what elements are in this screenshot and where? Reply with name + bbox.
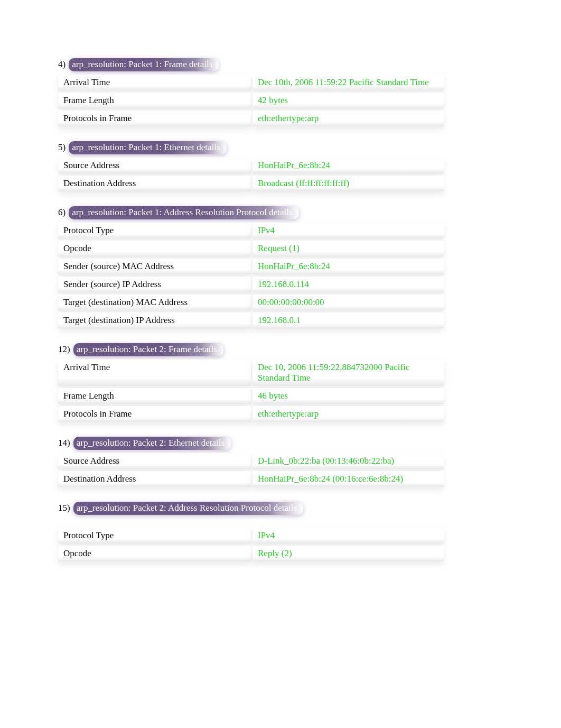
cell-label: Source Address (58, 453, 251, 469)
cell-value: Broadcast (ff:ff:ff:ff:ff:ff) (253, 176, 444, 191)
cell-value: IPv4 (253, 528, 444, 543)
table-row: Destination AddressBroadcast (ff:ff:ff:f… (58, 176, 508, 191)
cell-label: Opcode (58, 241, 251, 256)
cell-value: Dec 10th, 2006 11:59:22 Pacific Standard… (253, 75, 444, 90)
cell-value: 46 bytes (253, 388, 444, 404)
table-row: Target (destination) MAC Address00:00:00… (58, 294, 508, 310)
cell-value: 00:00:00:00:00:00 (253, 294, 444, 310)
section-header: 15)arp_resolution: Packet 2: Address Res… (58, 502, 508, 515)
section-title: arp_resolution: Packet 2: Address Resolu… (73, 502, 303, 515)
table-row: OpcodeReply (2) (58, 546, 508, 561)
section-number: 14) (58, 438, 70, 448)
cell-value: HonHaiPr_6e:8b:24 (00:16:ce:6e:8b:24) (253, 471, 444, 487)
cell-value: 192.168.0.114 (253, 277, 444, 292)
table: Protocol TypeIPv4OpcodeRequest (1)Sender… (58, 223, 508, 328)
cell-value: HonHaiPr_6e:8b:24 (253, 259, 444, 274)
section-header: 4)arp_resolution: Packet 1: Frame detail… (58, 58, 508, 71)
section: 15)arp_resolution: Packet 2: Address Res… (58, 502, 508, 561)
section-header: 5)arp_resolution: Packet 1: Ethernet det… (58, 141, 508, 154)
table: Arrival TimeDec 10, 2006 11:59:22.884732… (58, 360, 508, 422)
table-row: Frame Length42 bytes (58, 93, 508, 108)
table: Protocol TypeIPv4OpcodeReply (2) (58, 528, 508, 561)
table-row: Destination AddressHonHaiPr_6e:8b:24 (00… (58, 471, 508, 487)
cell-label: Protocols in Frame (58, 110, 251, 126)
table-row: Arrival TimeDec 10, 2006 11:59:22.884732… (58, 360, 508, 386)
section: 14)arp_resolution: Packet 2: Ethernet de… (58, 437, 508, 487)
cell-label: Destination Address (58, 176, 251, 191)
section: 6)arp_resolution: Packet 1: Address Reso… (58, 206, 508, 328)
table-row: Source AddressD-Link_0b:22:ba (00:13:46:… (58, 453, 508, 469)
section: 12)arp_resolution: Packet 2: Frame detai… (58, 343, 508, 422)
cell-label: Source Address (58, 158, 251, 173)
table: Source AddressD-Link_0b:22:ba (00:13:46:… (58, 453, 508, 487)
section-title: arp_resolution: Packet 1: Frame details (69, 58, 219, 71)
spacer (58, 518, 508, 528)
cell-value: eth:ethertype:arp (253, 406, 444, 422)
cell-value: D-Link_0b:22:ba (00:13:46:0b:22:ba) (253, 453, 444, 469)
section-title: arp_resolution: Packet 1: Address Resolu… (69, 206, 298, 219)
cell-value: IPv4 (253, 223, 444, 238)
cell-value: eth:ethertype:arp (253, 110, 444, 126)
section-number: 15) (58, 503, 70, 513)
cell-label: Destination Address (58, 471, 251, 487)
section-number: 12) (58, 344, 70, 355)
cell-label: Opcode (58, 546, 251, 561)
cell-label: Protocol Type (58, 223, 251, 238)
cell-label: Arrival Time (58, 360, 251, 386)
table-row: Target (destination) IP Address192.168.0… (58, 312, 508, 328)
section: 4)arp_resolution: Packet 1: Frame detail… (58, 58, 508, 126)
section-title: arp_resolution: Packet 2: Frame details (73, 343, 223, 356)
table-row: Protocol TypeIPv4 (58, 223, 508, 238)
cell-label: Frame Length (58, 93, 251, 108)
section-title: arp_resolution: Packet 1: Ethernet detai… (69, 141, 226, 154)
cell-label: Target (destination) IP Address (58, 312, 251, 328)
table: Arrival TimeDec 10th, 2006 11:59:22 Paci… (58, 75, 508, 126)
table-row: Protocols in Frameeth:ethertype:arp (58, 406, 508, 422)
cell-label: Protocol Type (58, 528, 251, 543)
section-number: 4) (58, 59, 66, 70)
document-content: 4)arp_resolution: Packet 1: Frame detail… (58, 58, 508, 561)
cell-label: Protocols in Frame (58, 406, 251, 422)
table-row: Protocol TypeIPv4 (58, 528, 508, 543)
section-header: 6)arp_resolution: Packet 1: Address Reso… (58, 206, 508, 219)
section-number: 5) (58, 142, 66, 153)
section-title: arp_resolution: Packet 2: Ethernet detai… (73, 437, 231, 450)
cell-value: 42 bytes (253, 93, 444, 108)
cell-value: Reply (2) (253, 546, 444, 561)
cell-label: Sender (source) IP Address (58, 277, 251, 292)
table-row: Frame Length46 bytes (58, 388, 508, 404)
table-row: OpcodeRequest (1) (58, 241, 508, 256)
table-row: Protocols in Frameeth:ethertype:arp (58, 110, 508, 126)
cell-value: Request (1) (253, 241, 444, 256)
table-row: Sender (source) IP Address192.168.0.114 (58, 277, 508, 292)
section-header: 14)arp_resolution: Packet 2: Ethernet de… (58, 437, 508, 450)
cell-label: Frame Length (58, 388, 251, 404)
section: 5)arp_resolution: Packet 1: Ethernet det… (58, 141, 508, 191)
section-header: 12)arp_resolution: Packet 2: Frame detai… (58, 343, 508, 356)
section-number: 6) (58, 207, 66, 218)
cell-label: Sender (source) MAC Address (58, 259, 251, 274)
table-row: Arrival TimeDec 10th, 2006 11:59:22 Paci… (58, 75, 508, 90)
cell-value: 192.168.0.1 (253, 312, 444, 328)
cell-label: Target (destination) MAC Address (58, 294, 251, 310)
cell-value: Dec 10, 2006 11:59:22.884732000 Pacific … (253, 360, 444, 386)
table-row: Sender (source) MAC AddressHonHaiPr_6e:8… (58, 259, 508, 274)
table: Source AddressHonHaiPr_6e:8b:24Destinati… (58, 158, 508, 191)
cell-value: HonHaiPr_6e:8b:24 (253, 158, 444, 173)
cell-label: Arrival Time (58, 75, 251, 90)
table-row: Source AddressHonHaiPr_6e:8b:24 (58, 158, 508, 173)
